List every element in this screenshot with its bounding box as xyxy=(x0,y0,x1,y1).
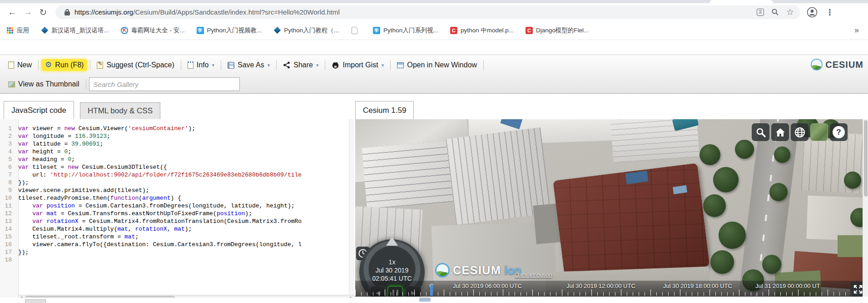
info-button[interactable]: Info▾ xyxy=(184,59,218,71)
code-line[interactable]: 13 var rotationX = Cesium.Matrix4.fromRo… xyxy=(0,217,354,225)
save-as-button[interactable]: Save As▾ xyxy=(224,59,273,71)
code-text: var mat = Cesium.Transforms.eastNorthUpT… xyxy=(15,210,252,217)
code-line[interactable]: 5var heading = 0; xyxy=(0,156,354,163)
timeline[interactable]: C Jul 30 2019 06:00:00 UTC Jul 30 2019 1… xyxy=(355,281,863,297)
chevron-down-icon: ▾ xyxy=(316,62,319,68)
bookmark-item[interactable]: Django模型的Fiel... xyxy=(526,26,589,35)
code-editor[interactable]: 1var viewer = new Cesium.Viewer('cesiumC… xyxy=(0,119,354,298)
code-line[interactable]: 4var height = 0; xyxy=(0,148,354,156)
code-line[interactable]: 6var tileset = new Cesium.Cesium3DTilese… xyxy=(0,163,354,171)
editor-vertical-scrollbar[interactable] xyxy=(349,119,354,295)
toolbar-separator xyxy=(86,79,86,89)
question-mark-icon: ? xyxy=(833,126,845,138)
console-handle[interactable] xyxy=(25,299,46,303)
run-button[interactable]: ⚙Run (F8) xyxy=(41,59,87,71)
import-gist-button[interactable]: Import Gist▾ xyxy=(328,59,387,71)
code-text xyxy=(15,256,18,264)
search-gallery-input[interactable] xyxy=(89,77,240,91)
page-scrollbar[interactable] xyxy=(863,119,868,297)
avatar-icon[interactable] xyxy=(807,7,818,18)
zoom-icon[interactable] xyxy=(771,8,779,16)
bookmark-item[interactable]: python 中model.p... xyxy=(450,26,514,35)
bookmark-item[interactable]: 应用 xyxy=(6,26,29,35)
bookmark-star-icon[interactable]: ☆ xyxy=(786,9,794,16)
code-line[interactable]: 2var longitude = 116.39123; xyxy=(0,132,354,140)
code-line[interactable]: 8}); xyxy=(0,179,354,187)
browser-active-tab[interactable] xyxy=(709,0,773,3)
code-line[interactable]: 1var viewer = new Cesium.Viewer('cesiumC… xyxy=(0,125,354,132)
bookmark-label: 新汉诺塔_新汉诺塔... xyxy=(51,26,109,35)
code-line[interactable]: 10tileset.readyPromise.then(function(arg… xyxy=(0,194,354,202)
code-line[interactable]: 14 Cesium.Matrix4.multiply(mat, rotation… xyxy=(0,225,354,233)
bookmark-item[interactable]: 毒霸网址大全 - 安... xyxy=(121,26,185,35)
editor-horizontal-scrollbar[interactable]: ◂ ▸ xyxy=(18,295,354,298)
scroll-left-icon[interactable]: ◂ xyxy=(19,295,25,298)
scroll-right-icon[interactable]: ▸ xyxy=(348,295,354,298)
bookmark-item[interactable]: Python入门视频教... xyxy=(197,26,262,35)
search-icon xyxy=(755,127,766,138)
console-drawer-handle[interactable] xyxy=(419,298,431,302)
bookmarks-overflow-chevron[interactable]: » xyxy=(854,25,862,35)
timeline-label: Jul 31 2019 00:00:00 UT xyxy=(755,283,820,289)
code-line[interactable]: 3var latitude = 39.90691; xyxy=(0,140,354,148)
scene-lawn xyxy=(838,235,863,257)
geocoder-search-button[interactable] xyxy=(752,123,769,141)
view-thumbnail-button[interactable]: View as Thumbnail xyxy=(5,78,83,90)
share-button[interactable]: Share▾ xyxy=(279,59,322,71)
line-number: 7 xyxy=(0,171,15,179)
scene-mode-button[interactable] xyxy=(791,123,808,141)
scrollbar-thumb[interactable] xyxy=(25,296,175,298)
back-icon[interactable]: ← xyxy=(5,7,20,17)
browser-menu-icon[interactable]: ⋮ xyxy=(826,7,839,17)
code-line[interactable]: 9viewer.scene.primitives.add(tileset); xyxy=(0,187,354,194)
url-text[interactable]: https://cesiumjs.org/Cesium/Build/Apps/S… xyxy=(74,8,340,16)
chevron-down-icon: ▾ xyxy=(382,62,384,68)
tab-html-body-css[interactable]: HTML body & CSS xyxy=(80,102,160,119)
help-button[interactable]: ? xyxy=(830,123,848,141)
code-line[interactable]: 16 viewer.camera.flyTo({destination: Ces… xyxy=(0,241,354,248)
suggest-button[interactable]: Suggest (Ctrl-Space) xyxy=(93,59,178,71)
bookmark-item[interactable] xyxy=(351,27,361,34)
code-line[interactable]: 12 var mat = Cesium.Transforms.eastNorth… xyxy=(0,210,354,217)
bookmark-label: Python入门系列视... xyxy=(383,26,438,35)
forward-icon[interactable]: → xyxy=(20,7,35,17)
code-line[interactable]: 7 url: 'http://localhost:9002/api/folder… xyxy=(0,171,354,179)
cesium-viewer-canvas[interactable]: ? 1x Jul 30 2019 02:05:41 UTC ◀ ▶ CESIUM xyxy=(355,119,863,297)
bookmark-item[interactable]: 新汉诺塔_新汉诺塔... xyxy=(41,26,109,35)
line-number: 15 xyxy=(0,233,15,241)
scrollbar-thumb[interactable] xyxy=(864,120,868,197)
github-icon xyxy=(332,61,339,69)
lock-icon[interactable] xyxy=(64,9,70,15)
line-number: 10 xyxy=(0,194,15,202)
code-text: }); xyxy=(15,179,29,187)
code-text: tileset.readyPromise.then(function(argum… xyxy=(15,194,181,202)
base-layer-picker-button[interactable] xyxy=(810,123,828,141)
hanoi-favicon-icon xyxy=(41,27,48,34)
toolbar-separator xyxy=(276,60,277,70)
line-number: 13 xyxy=(0,217,15,225)
url-bar[interactable]: https://cesiumjs.org/Cesium/Build/Apps/S… xyxy=(55,5,800,19)
fullscreen-button[interactable] xyxy=(850,282,863,297)
scene-tree xyxy=(699,144,720,165)
bookmark-item[interactable]: Python入门系列视... xyxy=(373,26,438,35)
open-new-window-button[interactable]: Open in New Window xyxy=(393,59,481,71)
tab-javascript-code[interactable]: JavaScript code xyxy=(4,101,74,119)
code-line[interactable]: 15 tileset._root.transform = mat; xyxy=(0,233,354,241)
globe-icon xyxy=(794,126,806,138)
cesium-brand-text: CESIUM xyxy=(825,60,863,70)
reload-icon[interactable]: ↻ xyxy=(35,7,51,18)
code-line[interactable]: 11 var position = Cesium.Cartesian3.from… xyxy=(0,202,354,210)
home-button[interactable] xyxy=(771,123,789,141)
bookmark-item[interactable]: Python入门教程（... xyxy=(273,26,339,35)
data-attribution-link[interactable]: Data attribution xyxy=(515,272,552,278)
code-line[interactable]: 17}); xyxy=(0,248,354,256)
bookmark-label: python 中model.p... xyxy=(461,26,514,35)
code-text: var tileset = new Cesium.Cesium3DTileset… xyxy=(15,163,167,171)
new-button[interactable]: New xyxy=(5,59,35,71)
cesium-brand[interactable]: CESIUM xyxy=(811,59,863,71)
translate-icon[interactable]: 文 xyxy=(757,9,764,16)
timeline-current-time-indicator[interactable] xyxy=(430,285,433,296)
code-line[interactable]: 18 xyxy=(0,256,354,264)
shuttle-ring-pointer-icon[interactable] xyxy=(386,237,398,246)
bookmark-label: Python入门教程（... xyxy=(284,26,339,35)
